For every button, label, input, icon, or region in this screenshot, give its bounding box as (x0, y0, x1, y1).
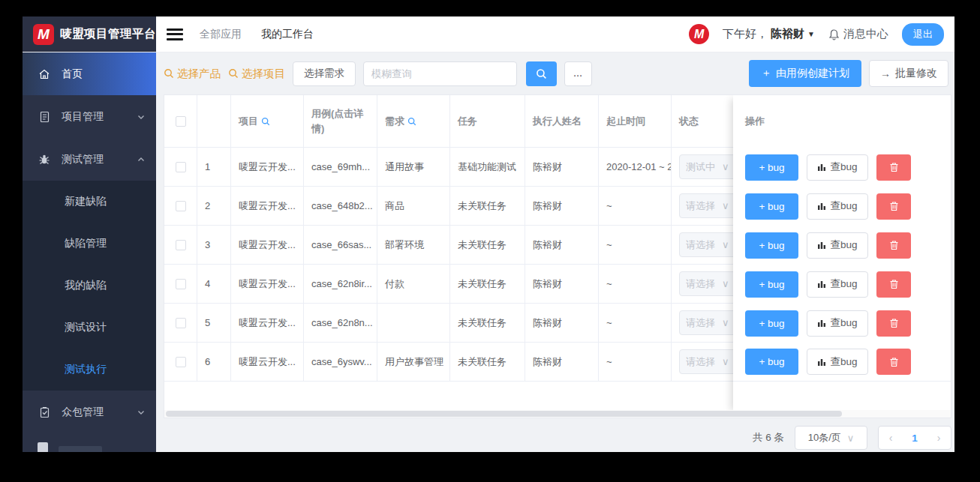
message-center[interactable]: 消息中心 (828, 27, 888, 41)
time-cell: ~ (599, 304, 672, 342)
executor-cell: 陈裕财 (525, 187, 599, 225)
time-header: 起止时间 (599, 95, 672, 147)
brand: M 唛盟项目管理平台 (23, 16, 156, 52)
project-header-label: 项目 (239, 114, 258, 129)
task-cell: 未关联任务 (450, 265, 525, 303)
time-cell: ~ (599, 265, 672, 303)
sidebar-item-test-mgmt[interactable]: 测试管理 (23, 138, 156, 181)
row-checkbox[interactable] (176, 357, 186, 367)
page-size-select[interactable]: 10条/页 ∨ (795, 426, 867, 450)
delete-button[interactable] (876, 193, 911, 220)
view-bug-button[interactable]: 查bug (807, 349, 868, 375)
delete-button[interactable] (876, 349, 911, 375)
requirement-cell: 用户故事管理 (377, 343, 450, 381)
delete-button[interactable] (876, 232, 911, 259)
delete-button[interactable] (876, 310, 911, 337)
view-bug-button[interactable]: 查bug (807, 310, 868, 337)
row-index: 4 (197, 265, 231, 303)
usecase-cell[interactable]: case_62n8n... (304, 304, 377, 342)
operations-row: + bug 查bug (733, 265, 951, 304)
sidebar-item-my-defects[interactable]: 我的缺陷 (23, 265, 156, 307)
sidebar-item-project-mgmt[interactable]: 项目管理 (23, 95, 156, 138)
add-bug-button[interactable]: + bug (745, 232, 798, 259)
search-button[interactable] (526, 61, 557, 86)
add-bug-button[interactable]: + bug (745, 271, 798, 298)
select-project-link[interactable]: 选择项目 (228, 67, 285, 81)
logout-button[interactable]: 退出 (902, 23, 944, 46)
row-checkbox[interactable] (176, 318, 186, 328)
fuzzy-search-input[interactable] (363, 61, 517, 86)
index-header (197, 95, 231, 147)
document-icon (38, 110, 51, 124)
bar-chart-icon (817, 241, 826, 250)
select-all-checkbox[interactable] (176, 116, 186, 127)
row-checkbox[interactable] (176, 240, 186, 250)
add-bug-button[interactable]: + bug (745, 154, 798, 181)
add-bug-button[interactable]: + bug (745, 349, 798, 375)
view-bug-button[interactable]: 查bug (807, 271, 868, 298)
search-icon[interactable] (407, 117, 416, 126)
bar-chart-icon (817, 358, 826, 367)
view-bug-button[interactable]: 查bug (807, 232, 868, 259)
prev-page-button[interactable]: ‹ (879, 426, 903, 450)
add-bug-button[interactable]: + bug (745, 193, 798, 220)
time-cell: ~ (599, 187, 672, 225)
requirement-cell: 付款 (377, 265, 450, 303)
tab-my-workbench[interactable]: 我的工作台 (258, 28, 317, 41)
sidebar-item-clipped (38, 442, 135, 452)
sidebar-item-test-design[interactable]: 测试设计 (23, 307, 156, 349)
usecase-cell[interactable]: case_648b2... (304, 187, 377, 225)
delete-button[interactable] (876, 154, 911, 181)
create-plan-label: 由用例创建计划 (776, 67, 849, 80)
delete-button[interactable] (876, 271, 911, 298)
page-number[interactable]: 1 (903, 426, 927, 450)
sidebar-item-test-execution[interactable]: 测试执行 (23, 349, 156, 391)
sidebar-item-crowdsourcing[interactable]: 众包管理 (23, 391, 156, 433)
row-checkbox[interactable] (176, 279, 186, 289)
more-filters-button[interactable]: ... (564, 61, 592, 86)
chevron-down-icon: ∨ (722, 161, 729, 172)
chevron-up-icon (137, 155, 146, 164)
batch-edit-button[interactable]: → 批量修改 (869, 60, 948, 87)
add-bug-button[interactable]: + bug (745, 310, 798, 337)
view-bug-label: 查bug (830, 160, 857, 174)
row-checkbox[interactable] (176, 162, 186, 172)
view-bug-button[interactable]: 查bug (807, 154, 868, 181)
view-bug-label: 查bug (830, 238, 857, 252)
user-avatar[interactable]: M (689, 24, 709, 44)
sidebar-item-defect-mgmt[interactable]: 缺陷管理 (23, 223, 156, 265)
horizontal-scrollbar[interactable] (164, 410, 951, 418)
sidebar-item-label: 测试执行 (65, 363, 146, 376)
usecase-cell[interactable]: case_6yswv... (304, 343, 377, 381)
chevron-down-icon: ∨ (722, 356, 729, 367)
sidebar-item-new-defect[interactable]: 新建缺陷 (23, 181, 156, 223)
usecase-cell[interactable]: case_62n8ir... (304, 265, 377, 303)
row-index: 2 (197, 187, 231, 225)
select-requirement-button[interactable]: 选择需求 (293, 61, 356, 86)
operations-row: + bug 查bug (733, 148, 951, 187)
tab-all-apps[interactable]: 全部应用 (197, 28, 245, 41)
select-product-link[interactable]: 选择产品 (164, 67, 221, 81)
chevron-down-icon: ∨ (722, 239, 729, 250)
status-header-label: 状态 (679, 114, 699, 129)
user-menu[interactable]: 下午好， 陈裕财 ▼ (723, 27, 815, 41)
create-plan-button[interactable]: ＋ 由用例创建计划 (749, 60, 861, 87)
usecase-cell[interactable]: case_69mh... (304, 148, 377, 186)
hamburger-icon[interactable] (167, 28, 183, 40)
usecase-cell[interactable]: case_66sas... (304, 226, 377, 264)
sidebar-item-label: 众包管理 (62, 406, 126, 419)
executor-header: 执行人姓名 (525, 95, 599, 147)
view-bug-button[interactable]: 查bug (807, 193, 868, 220)
row-checkbox[interactable] (176, 201, 186, 211)
search-icon[interactable] (261, 117, 270, 126)
filter-toolbar: 选择产品 选择项目 选择需求 ... ＋ 由用例创建计划 → (156, 52, 954, 94)
operations-row: + bug 查bug (733, 187, 951, 226)
row-index: 5 (197, 304, 231, 342)
requirement-cell: 部署环境 (377, 226, 450, 264)
sidebar-item-home[interactable]: 首页 (23, 52, 156, 95)
trash-icon (889, 357, 899, 367)
scrollbar-thumb[interactable] (166, 411, 842, 417)
time-cell: ~ (599, 226, 672, 264)
next-page-button[interactable]: › (927, 426, 951, 450)
executor-cell: 陈裕财 (525, 226, 599, 264)
